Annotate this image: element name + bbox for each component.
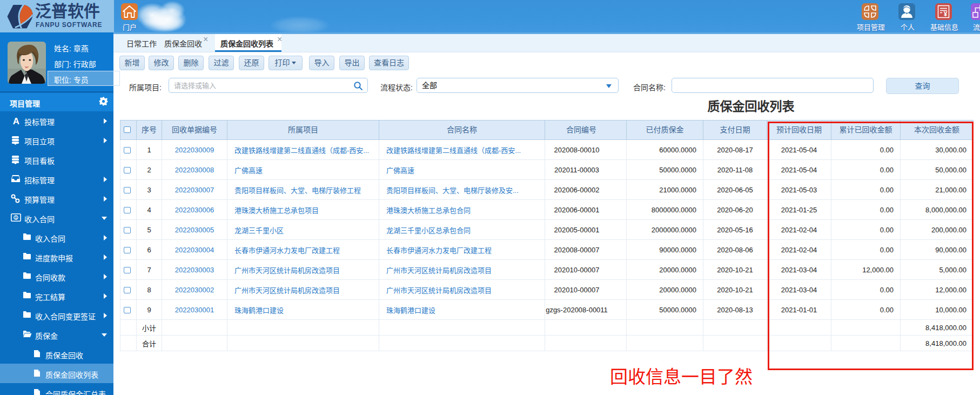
svg-text:¥: ¥ [944,10,948,18]
svg-text:1: 1 [15,216,17,219]
svg-text:A: A [13,116,19,125]
